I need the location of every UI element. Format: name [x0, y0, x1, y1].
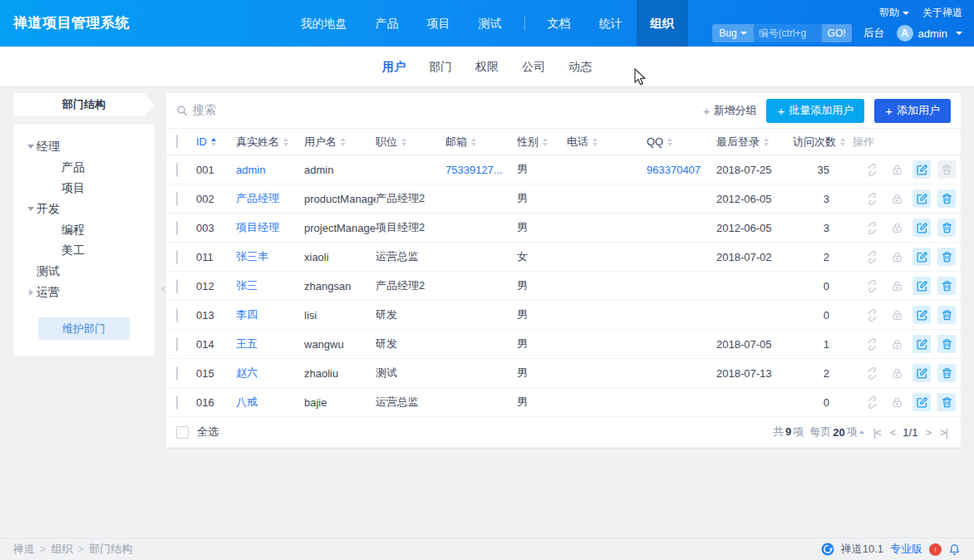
tree-item-0[interactable]: 经理 — [13, 136, 155, 157]
row-checkbox[interactable] — [176, 250, 178, 264]
nav-item-2[interactable]: 项目 — [413, 0, 465, 47]
user-menu[interactable]: A admin — [897, 25, 962, 42]
backend-link[interactable]: 后台 — [863, 26, 885, 41]
sort-icon[interactable] — [593, 138, 598, 146]
nav-item-4[interactable]: 文档 — [534, 0, 585, 47]
add-user-button[interactable]: +添加用户 — [874, 99, 951, 123]
row-checkbox[interactable] — [176, 279, 178, 293]
table-search[interactable]: 搜索 — [176, 103, 216, 118]
per-page-selector[interactable]: 每页20项 — [809, 425, 865, 440]
prev-page-button[interactable]: < — [888, 426, 898, 439]
nav-item-1[interactable]: 产品 — [362, 0, 413, 47]
nav-item-6[interactable]: 组织 — [637, 0, 688, 47]
first-page-button[interactable]: |< — [872, 426, 883, 439]
tree-item-3[interactable]: 开发 — [13, 199, 155, 219]
sort-icon[interactable] — [764, 138, 769, 146]
col-header-last_login[interactable]: 最后登录 — [716, 135, 793, 150]
go-button[interactable]: GO! — [822, 24, 852, 42]
add-group-button[interactable]: +新增分组 — [703, 103, 757, 118]
subnav-item-0[interactable]: 用户 — [371, 47, 417, 86]
trash-icon[interactable] — [937, 335, 956, 353]
col-header-email[interactable]: 邮箱 — [445, 135, 517, 150]
trash-icon[interactable] — [937, 219, 956, 237]
user-realname-link[interactable]: 张三丰 — [236, 249, 304, 264]
edit-icon[interactable] — [913, 160, 931, 179]
edit-icon[interactable] — [913, 219, 931, 237]
trash-icon[interactable] — [937, 277, 956, 295]
trash-icon[interactable] — [937, 364, 956, 382]
row-checkbox[interactable] — [176, 366, 178, 381]
user-realname-link[interactable]: 八戒 — [236, 395, 304, 410]
zentao-logo-icon[interactable] — [821, 543, 834, 556]
caret-down-icon[interactable] — [25, 207, 37, 211]
caret-right-icon[interactable] — [25, 289, 37, 296]
edit-icon[interactable] — [913, 248, 931, 266]
tree-item-4[interactable]: 编程 — [13, 219, 155, 240]
edit-icon[interactable] — [913, 335, 931, 353]
sort-icon[interactable] — [283, 138, 288, 146]
edit-icon[interactable] — [913, 364, 931, 382]
caret-down-icon[interactable] — [25, 145, 37, 149]
nav-item-0[interactable]: 我的地盘 — [287, 0, 362, 47]
tree-item-7[interactable]: 运营 — [13, 282, 155, 302]
tree-item-6[interactable]: 测试 — [13, 261, 155, 282]
upgrade-icon[interactable]: ↑ — [929, 543, 942, 556]
row-checkbox[interactable] — [176, 337, 178, 351]
next-page-button[interactable]: > — [923, 426, 932, 439]
edit-icon[interactable] — [913, 277, 931, 295]
tree-item-2[interactable]: 项目 — [13, 178, 155, 199]
trash-icon[interactable] — [937, 189, 956, 208]
trash-icon[interactable] — [937, 393, 956, 411]
user-realname-link[interactable]: 张三 — [236, 278, 304, 293]
about-link[interactable]: 关于禅道 — [922, 6, 962, 20]
user-realname-link[interactable]: 产品经理 — [236, 191, 304, 206]
col-header-qq[interactable]: QQ — [647, 135, 716, 148]
sort-icon[interactable] — [840, 138, 845, 146]
col-header-id[interactable]: ID — [196, 135, 236, 148]
row-checkbox[interactable] — [176, 221, 178, 235]
col-header-visits[interactable]: 访问次数 — [793, 135, 853, 150]
subnav-item-3[interactable]: 公司 — [510, 47, 557, 86]
subnav-item-4[interactable]: 动态 — [557, 47, 603, 86]
cell-qq[interactable]: 963370407 — [647, 164, 716, 176]
app-logo[interactable]: 禅道项目管理系统 — [13, 0, 130, 47]
user-realname-link[interactable]: 项目经理 — [236, 220, 304, 235]
breadcrumb-item-1[interactable]: 组织 — [52, 543, 73, 555]
breadcrumb-item-0[interactable]: 禅道 — [13, 543, 35, 555]
col-header-role[interactable]: 职位 — [376, 135, 445, 150]
search-input[interactable] — [754, 24, 822, 42]
row-checkbox[interactable] — [176, 395, 178, 410]
trash-icon[interactable] — [937, 306, 956, 324]
help-menu[interactable]: 帮助 — [879, 6, 909, 20]
sort-icon[interactable] — [401, 138, 406, 146]
col-header-realname[interactable]: 真实姓名 — [236, 135, 304, 150]
maintain-dept-button[interactable]: 维护部门 — [38, 317, 130, 340]
sort-icon[interactable] — [667, 138, 672, 146]
select-all-checkbox[interactable] — [176, 426, 189, 439]
cell-email[interactable]: 75339127... — [445, 164, 517, 176]
subnav-item-2[interactable]: 权限 — [464, 47, 510, 86]
batch-add-users-button[interactable]: +批量添加用户 — [766, 99, 864, 123]
nav-item-3[interactable]: 测试 — [465, 0, 516, 47]
last-page-button[interactable]: >| — [938, 426, 949, 439]
sort-icon[interactable] — [211, 138, 216, 146]
sidebar-collapse-handle[interactable]: ‹ — [161, 281, 165, 295]
col-header-account[interactable]: 用户名 — [304, 135, 376, 150]
row-checkbox[interactable] — [176, 192, 178, 206]
edit-icon[interactable] — [913, 189, 931, 208]
user-realname-link[interactable]: admin — [236, 164, 304, 176]
sidebar-tab-dept-structure[interactable]: 部门结构 — [13, 93, 155, 116]
user-realname-link[interactable]: 赵六 — [236, 366, 304, 381]
edition-link[interactable]: 专业版 — [890, 542, 922, 557]
sort-icon[interactable] — [543, 138, 548, 146]
user-realname-link[interactable]: 王五 — [236, 336, 304, 351]
row-checkbox[interactable] — [176, 163, 178, 177]
tree-item-5[interactable]: 美工 — [13, 240, 155, 261]
nav-item-5[interactable]: 统计 — [585, 0, 637, 47]
col-header-gender[interactable]: 性别 — [517, 135, 567, 150]
sort-icon[interactable] — [341, 138, 346, 146]
bell-icon[interactable] — [948, 543, 961, 556]
search-module-select[interactable]: Bug — [712, 24, 753, 42]
user-realname-link[interactable]: 李四 — [236, 307, 304, 322]
col-header-phone[interactable]: 电话 — [567, 135, 647, 150]
